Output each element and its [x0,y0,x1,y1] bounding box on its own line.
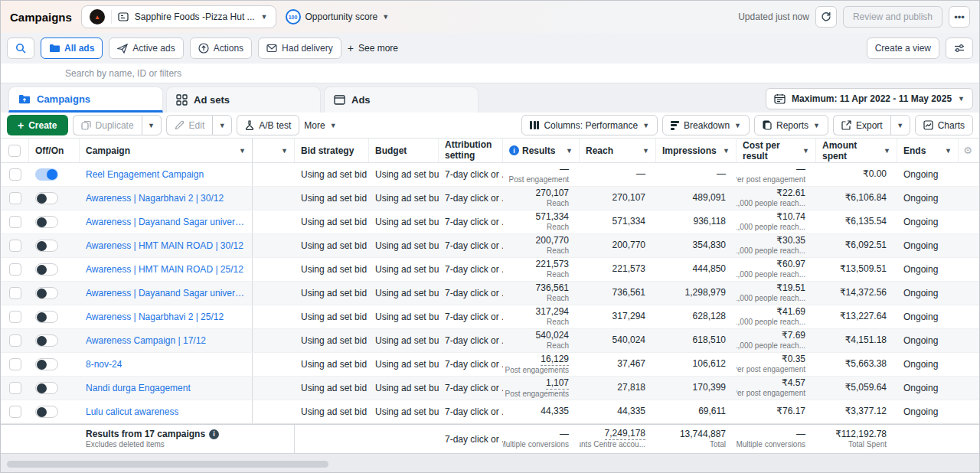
level-tabs: Campaigns Ad sets Ads Maximum: 11 Apr 20… [1,83,979,113]
results-sublabel: Post engagements [505,366,569,375]
search-input[interactable] [65,68,967,79]
column-amount-spent[interactable]: Amount spent▼ [816,139,897,162]
column-attribution[interactable]: Attribution setting [439,139,503,162]
footer-summary: Results from 17 campaignsi Excludes dele… [80,425,295,453]
campaign-name-link[interactable]: Awareness | HMT MAIN ROAD | 25/12 [86,264,243,275]
columns-button[interactable]: Columns: Performance▼ [521,115,658,135]
export-dropdown[interactable]: ▼ [890,115,910,135]
reach-cell: 571,334 [580,210,656,233]
create-button[interactable]: +Create [7,115,68,135]
campaign-name-link[interactable]: Nandi durga Engagement [86,383,191,393]
campaign-name-link[interactable]: Awareness | HMT MAIN ROAD | 30/12 [86,240,243,251]
campaign-toggle[interactable] [35,263,58,276]
campaigns-folder-icon [18,94,31,104]
campaign-toggle[interactable] [35,168,58,181]
row-checkbox[interactable] [9,216,21,228]
filter-had-delivery[interactable]: Had delivery [258,38,341,59]
edit-dropdown[interactable]: ▼ [212,115,232,135]
row-checkbox[interactable] [9,240,21,252]
reach-cell: 221,573 [580,258,656,281]
horizontal-scrollbar[interactable] [1,453,979,473]
campaign-name-link[interactable]: Awareness | Dayanand Sagar university | … [86,217,246,227]
cost-per-result-cell: ₹41.69Per 1,000 people reach... [737,305,816,328]
column-impressions[interactable]: Impressions▼ [656,139,737,162]
cost-per-result-cell: ₹30.35Per 1,000 people reach... [737,234,816,257]
see-more-button[interactable]: + See more [348,42,398,54]
delivery-cell [253,305,295,328]
opportunity-score[interactable]: 100 Opportunity score ▼ [286,9,390,24]
campaign-toggle[interactable] [35,358,58,370]
campaign-toggle[interactable] [35,216,58,228]
search-button[interactable] [7,38,34,59]
campaign-toggle[interactable] [35,334,58,347]
campaign-name-link[interactable]: Reel Engagement Campaign [86,169,204,180]
column-ends[interactable]: Ends▼ [897,139,959,162]
row-checkbox[interactable] [9,406,21,418]
campaign-name-link[interactable]: Lulu calicut awareness [86,406,178,417]
tab-ads[interactable]: Ads [324,86,479,113]
results-cell: 736,561Reach [503,282,580,305]
select-all-checkbox[interactable] [8,145,21,157]
campaign-toggle[interactable] [35,240,58,252]
campaign-name-link[interactable]: Awareness | Nagarbhavi 2 | 25/12 [86,312,224,322]
create-a-view-button[interactable]: Create a view [867,38,939,59]
cost-sublabel: Per 1,000 people reach... [737,341,805,351]
delivery-cell [253,282,295,305]
campaign-name-link[interactable]: 8-nov-24 [86,359,122,370]
column-delivery[interactable]: ▼ [253,139,295,162]
row-checkbox[interactable] [9,311,21,323]
edit-button[interactable]: Edit [166,115,213,135]
campaign-toggle[interactable] [35,406,58,418]
campaign-toggle[interactable] [35,311,58,323]
review-and-publish-button[interactable]: Review and publish [843,6,942,28]
campaign-name-link[interactable]: Awareness | Nagarbhavi 2 | 30/12 [86,193,224,204]
filter-actions[interactable]: Actions [190,38,252,59]
results-cell: 1,107Post engagements [503,377,580,400]
row-checkbox[interactable] [9,334,21,347]
impressions-cell: 936,118 [656,210,737,233]
column-settings[interactable]: ⚙ [959,139,977,162]
export-icon [841,120,851,130]
refresh-button[interactable] [815,6,837,28]
filter-active-ads[interactable]: Active ads [109,38,183,59]
more-button[interactable]: More▼ [304,120,336,131]
results-sublabel: Reach [547,199,569,208]
campaign-toggle[interactable] [35,287,58,299]
column-budget[interactable]: Budget [369,139,439,162]
date-range-selector[interactable]: Maximum: 11 Apr 2022 - 11 May 2025 ▼ [766,88,973,109]
tab-ad-sets[interactable]: Ad sets [166,86,321,113]
more-options-button[interactable]: ••• [949,6,970,28]
column-results[interactable]: iResults▼ [503,139,580,162]
campaign-toggle[interactable] [35,192,58,204]
export-button[interactable]: Export [833,115,890,135]
column-reach[interactable]: Reach▼ [580,139,656,162]
account-selector[interactable]: ▲ Sapphire Foods -Pizza Hut ... ▼ [81,5,276,28]
scrollbar-thumb[interactable] [7,461,328,468]
campaign-name-link[interactable]: Awareness Campaign | 17/12 [86,335,206,346]
campaign-name-link[interactable]: Awareness | Dayanand Sagar university | … [86,288,246,298]
breakdown-button[interactable]: Breakdown▼ [662,115,750,135]
tab-campaigns[interactable]: Campaigns [8,86,163,113]
budget-cell: Using ad set bud... [369,258,439,281]
results-sublabel: Post engagements [505,390,569,399]
impressions-cell: 444,850 [656,258,737,281]
column-bid-strategy[interactable]: Bid strategy [295,139,369,162]
column-cost-per-result[interactable]: Cost per result▼ [737,139,816,162]
filter-all-ads[interactable]: All ads [41,38,103,59]
ab-test-button[interactable]: A/B test [237,115,299,135]
row-checkbox[interactable] [9,358,21,370]
row-checkbox[interactable] [9,287,21,299]
campaign-toggle[interactable] [35,382,58,394]
row-checkbox[interactable] [9,263,21,276]
reports-button[interactable]: Reports▼ [754,115,828,135]
row-checkbox[interactable] [9,168,21,181]
column-campaign[interactable]: Campaign▼ [80,139,253,162]
duplicate-dropdown[interactable]: ▼ [142,115,162,135]
view-settings-button[interactable] [946,38,973,59]
table-row: Awareness | Nagarbhavi 2 | 25/12 Using a… [1,305,979,329]
row-checkbox[interactable] [9,192,21,204]
duplicate-button[interactable]: Duplicate [73,115,142,135]
row-checkbox[interactable] [9,382,21,394]
bid-strategy-cell: Using ad set bid ... [295,258,369,281]
charts-button[interactable]: Charts [915,115,973,135]
